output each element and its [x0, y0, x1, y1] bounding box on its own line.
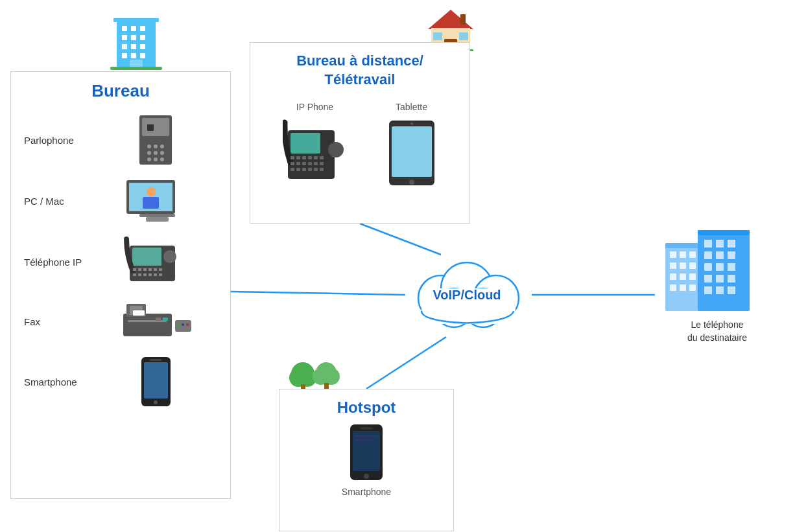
pc-label: PC / Mac — [24, 196, 82, 207]
svg-rect-51 — [154, 273, 157, 276]
svg-rect-47 — [133, 273, 136, 276]
fax-label: Fax — [24, 316, 82, 327]
svg-rect-39 — [132, 248, 161, 266]
svg-rect-145 — [728, 251, 735, 259]
svg-rect-81 — [308, 156, 312, 159]
svg-rect-154 — [728, 286, 735, 294]
svg-line-2 — [366, 337, 446, 389]
svg-rect-8 — [140, 26, 145, 31]
remote-item-ipphone: IP Phone — [283, 102, 348, 189]
svg-rect-86 — [302, 162, 306, 165]
smartphone-label: Smartphone — [24, 376, 82, 387]
pc-icon — [94, 179, 217, 223]
svg-point-66 — [154, 400, 158, 404]
svg-rect-87 — [308, 162, 312, 165]
remote-box: Bureau à distance/ Télétravail IP Phone — [250, 42, 470, 224]
svg-rect-7 — [131, 26, 136, 31]
svg-rect-94 — [314, 168, 318, 171]
svg-rect-126 — [670, 251, 676, 258]
bureau-item-pc: PC / Mac — [11, 172, 230, 229]
svg-rect-89 — [320, 162, 324, 165]
svg-point-62 — [186, 323, 189, 326]
svg-point-23 — [154, 145, 158, 148]
svg-rect-153 — [716, 286, 724, 294]
remote-title: Bureau à distance/ Télétravail — [250, 52, 469, 89]
hotspot-box: Hotspot Smartphone — [279, 389, 454, 531]
svg-rect-49 — [143, 273, 147, 276]
remote-ipphone-label: IP Phone — [296, 102, 333, 112]
svg-line-0 — [231, 292, 405, 295]
svg-rect-52 — [159, 273, 162, 276]
svg-rect-152 — [704, 286, 712, 294]
svg-rect-93 — [308, 168, 312, 171]
svg-rect-13 — [131, 44, 136, 49]
svg-rect-117 — [355, 439, 371, 441]
svg-rect-151 — [728, 275, 735, 283]
svg-rect-128 — [689, 251, 696, 258]
svg-rect-67 — [150, 359, 161, 361]
svg-rect-14 — [140, 44, 145, 49]
remote-tablette-label: Tablette — [396, 102, 427, 112]
svg-point-40 — [163, 250, 176, 263]
svg-rect-129 — [670, 262, 676, 269]
svg-rect-9 — [122, 35, 127, 40]
svg-rect-150 — [716, 275, 724, 283]
svg-point-34 — [147, 187, 156, 196]
svg-point-25 — [147, 151, 151, 155]
svg-rect-77 — [291, 133, 320, 154]
svg-point-30 — [160, 157, 164, 161]
bureau-item-smartphone: Smartphone — [11, 349, 230, 414]
svg-rect-92 — [302, 168, 306, 171]
svg-point-29 — [154, 157, 158, 161]
svg-rect-135 — [670, 284, 676, 291]
svg-rect-63 — [133, 310, 145, 316]
svg-point-24 — [160, 145, 164, 148]
hotspot-title: Hotspot — [279, 399, 453, 417]
svg-marker-68 — [428, 10, 473, 29]
svg-rect-90 — [291, 168, 294, 171]
svg-rect-15 — [122, 53, 127, 58]
svg-rect-82 — [314, 156, 318, 159]
destination-label: Le téléphonedu destinataire — [659, 319, 776, 344]
voip-label: VoIP/Cloud — [433, 288, 501, 303]
svg-rect-53 — [123, 314, 172, 336]
svg-point-61 — [182, 323, 184, 326]
svg-rect-74 — [459, 32, 468, 40]
svg-rect-141 — [716, 240, 724, 248]
svg-rect-91 — [296, 168, 300, 171]
svg-rect-132 — [670, 273, 676, 280]
svg-rect-57 — [156, 318, 161, 321]
svg-point-114 — [364, 474, 369, 479]
svg-rect-45 — [154, 268, 157, 271]
bureau-item-fax: Fax — [11, 294, 230, 349]
svg-rect-73 — [433, 32, 442, 40]
svg-rect-35 — [143, 197, 159, 209]
svg-rect-5 — [113, 18, 159, 22]
svg-rect-59 — [175, 320, 191, 332]
svg-point-27 — [160, 151, 164, 155]
svg-point-60 — [177, 323, 180, 326]
svg-rect-36 — [139, 214, 175, 217]
svg-rect-98 — [392, 126, 432, 177]
svg-rect-83 — [320, 156, 324, 159]
destination-box: Le téléphonedu destinataire — [659, 227, 776, 344]
svg-rect-48 — [138, 273, 141, 276]
fax-icon — [94, 301, 217, 343]
svg-rect-11 — [140, 35, 145, 40]
bureau-building-icon — [110, 13, 162, 71]
svg-rect-21 — [142, 118, 169, 136]
svg-rect-142 — [728, 240, 735, 248]
svg-rect-140 — [704, 240, 712, 248]
svg-rect-65 — [144, 362, 168, 399]
svg-point-26 — [154, 151, 158, 155]
svg-rect-88 — [314, 162, 318, 165]
parlophone-icon — [94, 114, 217, 166]
svg-point-100 — [410, 122, 413, 125]
svg-rect-10 — [131, 35, 136, 40]
bureau-item-telephone-ip: Téléphone IP — [11, 229, 230, 294]
svg-point-107 — [323, 368, 340, 385]
svg-rect-42 — [138, 268, 141, 271]
svg-rect-41 — [133, 268, 136, 271]
svg-rect-130 — [680, 262, 686, 269]
svg-rect-31 — [147, 124, 154, 131]
